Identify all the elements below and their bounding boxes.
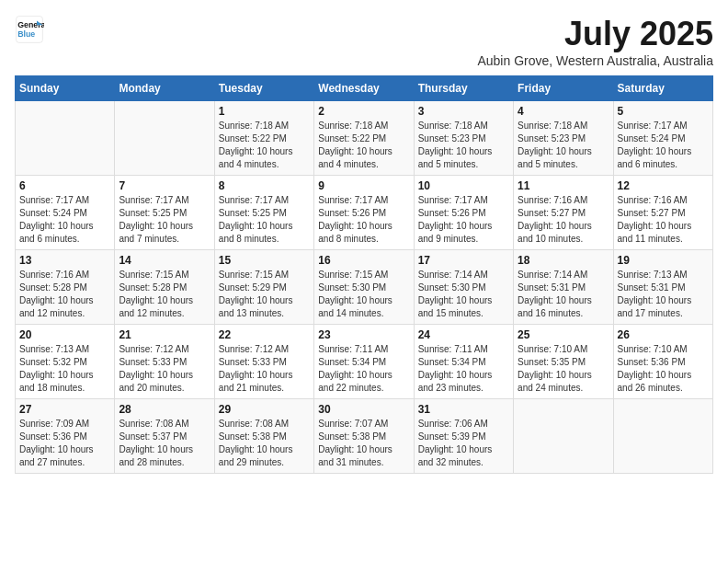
day-info: Sunrise: 7:14 AM Sunset: 5:31 PM Dayligh… — [518, 269, 609, 320]
day-info: Sunrise: 7:11 AM Sunset: 5:34 PM Dayligh… — [418, 343, 509, 395]
day-number: 17 — [418, 254, 509, 267]
svg-text:Blue: Blue — [17, 29, 35, 39]
calendar-cell: 6Sunrise: 7:17 AM Sunset: 5:24 PM Daylig… — [16, 176, 115, 250]
day-number: 16 — [318, 254, 409, 267]
day-number: 5 — [618, 105, 709, 118]
calendar-cell: 11Sunrise: 7:16 AM Sunset: 5:27 PM Dayli… — [514, 176, 613, 250]
day-number: 14 — [119, 254, 210, 267]
day-info: Sunrise: 7:15 AM Sunset: 5:28 PM Dayligh… — [119, 269, 210, 320]
week-row-5: 27Sunrise: 7:09 AM Sunset: 5:36 PM Dayli… — [16, 399, 713, 474]
day-info: Sunrise: 7:18 AM Sunset: 5:23 PM Dayligh… — [518, 120, 609, 171]
day-info: Sunrise: 7:07 AM Sunset: 5:38 PM Dayligh… — [318, 418, 409, 469]
calendar-cell: 21Sunrise: 7:12 AM Sunset: 5:33 PM Dayli… — [115, 325, 214, 399]
day-number: 22 — [219, 328, 310, 341]
page-header: General Blue July 2025 Aubin Grove, West… — [15, 15, 713, 68]
svg-text:General: General — [17, 20, 44, 29]
calendar-cell: 4Sunrise: 7:18 AM Sunset: 5:23 PM Daylig… — [514, 101, 613, 176]
day-number: 20 — [19, 328, 110, 341]
calendar-cell: 13Sunrise: 7:16 AM Sunset: 5:28 PM Dayli… — [16, 250, 115, 325]
calendar-cell: 25Sunrise: 7:10 AM Sunset: 5:35 PM Dayli… — [514, 325, 613, 399]
logo-icon: General Blue — [15, 15, 44, 44]
day-info: Sunrise: 7:15 AM Sunset: 5:30 PM Dayligh… — [318, 269, 409, 320]
calendar-cell: 7Sunrise: 7:17 AM Sunset: 5:25 PM Daylig… — [115, 176, 214, 250]
day-info: Sunrise: 7:17 AM Sunset: 5:24 PM Dayligh… — [618, 120, 709, 171]
day-number: 27 — [19, 403, 110, 416]
day-info: Sunrise: 7:13 AM Sunset: 5:31 PM Dayligh… — [618, 269, 709, 320]
calendar-cell: 17Sunrise: 7:14 AM Sunset: 5:30 PM Dayli… — [414, 250, 513, 325]
day-number: 26 — [618, 328, 709, 341]
calendar-cell: 16Sunrise: 7:15 AM Sunset: 5:30 PM Dayli… — [314, 250, 414, 325]
day-info: Sunrise: 7:18 AM Sunset: 5:22 PM Dayligh… — [219, 120, 310, 171]
location: Aubin Grove, Western Australia, Australi… — [477, 53, 713, 68]
day-info: Sunrise: 7:17 AM Sunset: 5:25 PM Dayligh… — [219, 194, 310, 246]
calendar-cell — [514, 399, 613, 474]
calendar-cell: 24Sunrise: 7:11 AM Sunset: 5:34 PM Dayli… — [414, 325, 513, 399]
calendar-cell: 22Sunrise: 7:12 AM Sunset: 5:33 PM Dayli… — [214, 325, 313, 399]
header-day-saturday: Saturday — [613, 76, 712, 101]
calendar-cell — [115, 101, 214, 176]
day-number: 30 — [318, 403, 409, 416]
calendar-cell: 27Sunrise: 7:09 AM Sunset: 5:36 PM Dayli… — [16, 399, 115, 474]
calendar-cell: 1Sunrise: 7:18 AM Sunset: 5:22 PM Daylig… — [214, 101, 313, 176]
day-number: 12 — [618, 179, 709, 192]
calendar-cell: 8Sunrise: 7:17 AM Sunset: 5:25 PM Daylig… — [214, 176, 313, 250]
day-number: 9 — [318, 179, 409, 192]
day-info: Sunrise: 7:12 AM Sunset: 5:33 PM Dayligh… — [119, 343, 210, 395]
calendar-cell: 18Sunrise: 7:14 AM Sunset: 5:31 PM Dayli… — [514, 250, 613, 325]
week-row-4: 20Sunrise: 7:13 AM Sunset: 5:32 PM Dayli… — [16, 325, 713, 399]
day-info: Sunrise: 7:06 AM Sunset: 5:39 PM Dayligh… — [418, 418, 509, 469]
day-number: 15 — [219, 254, 310, 267]
day-number: 2 — [318, 105, 409, 118]
day-info: Sunrise: 7:09 AM Sunset: 5:36 PM Dayligh… — [19, 418, 110, 469]
header-day-monday: Monday — [115, 76, 214, 101]
day-number: 6 — [19, 179, 110, 192]
week-row-3: 13Sunrise: 7:16 AM Sunset: 5:28 PM Dayli… — [16, 250, 713, 325]
day-number: 31 — [418, 403, 509, 416]
day-info: Sunrise: 7:08 AM Sunset: 5:38 PM Dayligh… — [219, 418, 310, 469]
calendar-cell: 20Sunrise: 7:13 AM Sunset: 5:32 PM Dayli… — [16, 325, 115, 399]
calendar-cell: 29Sunrise: 7:08 AM Sunset: 5:38 PM Dayli… — [214, 399, 313, 474]
header-day-wednesday: Wednesday — [314, 76, 414, 101]
day-info: Sunrise: 7:10 AM Sunset: 5:35 PM Dayligh… — [518, 343, 609, 395]
header-day-friday: Friday — [514, 76, 613, 101]
day-info: Sunrise: 7:16 AM Sunset: 5:28 PM Dayligh… — [19, 269, 110, 320]
day-info: Sunrise: 7:10 AM Sunset: 5:36 PM Dayligh… — [618, 343, 709, 395]
day-info: Sunrise: 7:16 AM Sunset: 5:27 PM Dayligh… — [618, 194, 709, 246]
calendar-cell: 10Sunrise: 7:17 AM Sunset: 5:26 PM Dayli… — [414, 176, 513, 250]
calendar-header-row: SundayMondayTuesdayWednesdayThursdayFrid… — [16, 76, 713, 101]
calendar-cell: 2Sunrise: 7:18 AM Sunset: 5:22 PM Daylig… — [314, 101, 414, 176]
day-number: 13 — [19, 254, 110, 267]
day-info: Sunrise: 7:17 AM Sunset: 5:26 PM Dayligh… — [418, 194, 509, 246]
logo: General Blue — [15, 15, 44, 44]
day-info: Sunrise: 7:16 AM Sunset: 5:27 PM Dayligh… — [518, 194, 609, 246]
day-number: 18 — [518, 254, 609, 267]
day-info: Sunrise: 7:11 AM Sunset: 5:34 PM Dayligh… — [318, 343, 409, 395]
calendar-cell: 31Sunrise: 7:06 AM Sunset: 5:39 PM Dayli… — [414, 399, 513, 474]
day-number: 10 — [418, 179, 509, 192]
day-info: Sunrise: 7:14 AM Sunset: 5:30 PM Dayligh… — [418, 269, 509, 320]
day-info: Sunrise: 7:18 AM Sunset: 5:22 PM Dayligh… — [318, 120, 409, 171]
day-info: Sunrise: 7:12 AM Sunset: 5:33 PM Dayligh… — [219, 343, 310, 395]
day-number: 7 — [119, 179, 210, 192]
calendar-cell: 15Sunrise: 7:15 AM Sunset: 5:29 PM Dayli… — [214, 250, 313, 325]
calendar-cell: 9Sunrise: 7:17 AM Sunset: 5:26 PM Daylig… — [314, 176, 414, 250]
month-title: July 2025 — [477, 15, 713, 53]
header-day-thursday: Thursday — [414, 76, 513, 101]
calendar-cell: 3Sunrise: 7:18 AM Sunset: 5:23 PM Daylig… — [414, 101, 513, 176]
day-number: 4 — [518, 105, 609, 118]
week-row-2: 6Sunrise: 7:17 AM Sunset: 5:24 PM Daylig… — [16, 176, 713, 250]
calendar-cell: 5Sunrise: 7:17 AM Sunset: 5:24 PM Daylig… — [613, 101, 712, 176]
day-info: Sunrise: 7:15 AM Sunset: 5:29 PM Dayligh… — [219, 269, 310, 320]
calendar-cell — [613, 399, 712, 474]
calendar-cell: 28Sunrise: 7:08 AM Sunset: 5:37 PM Dayli… — [115, 399, 214, 474]
day-number: 21 — [119, 328, 210, 341]
week-row-1: 1Sunrise: 7:18 AM Sunset: 5:22 PM Daylig… — [16, 101, 713, 176]
calendar-cell: 19Sunrise: 7:13 AM Sunset: 5:31 PM Dayli… — [613, 250, 712, 325]
calendar-table: SundayMondayTuesdayWednesdayThursdayFrid… — [15, 75, 713, 474]
day-number: 3 — [418, 105, 509, 118]
day-number: 23 — [318, 328, 409, 341]
day-info: Sunrise: 7:17 AM Sunset: 5:24 PM Dayligh… — [19, 194, 110, 246]
day-number: 11 — [518, 179, 609, 192]
calendar-cell: 14Sunrise: 7:15 AM Sunset: 5:28 PM Dayli… — [115, 250, 214, 325]
day-number: 25 — [518, 328, 609, 341]
